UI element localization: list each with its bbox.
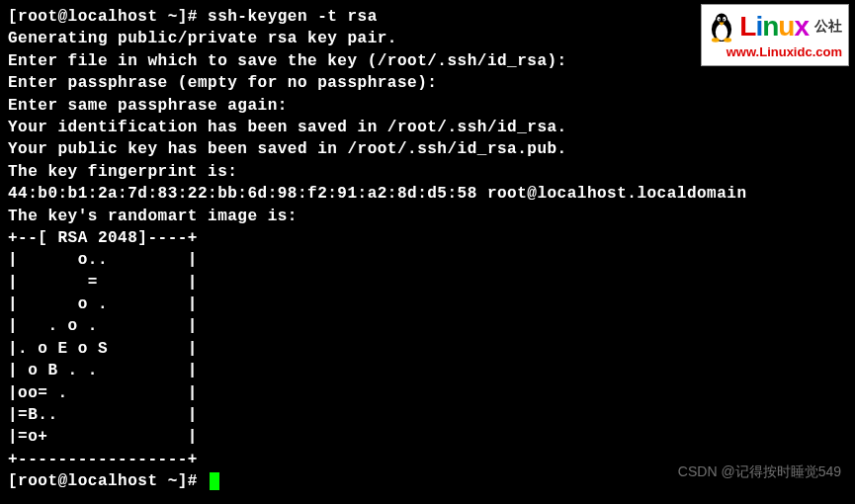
randomart-line: | = |: [8, 272, 847, 294]
tux-penguin-icon: [708, 10, 735, 43]
output-line: The key fingerprint is:: [8, 161, 847, 183]
command-text: ssh-keygen -t rsa: [208, 8, 378, 26]
output-line: The key's randomart image is:: [8, 206, 847, 227]
svg-point-8: [725, 38, 732, 42]
shell-prompt: [root@localhost ~]#: [8, 472, 208, 490]
randomart-line: | o.. |: [8, 249, 847, 271]
logo-main: Linux公社: [708, 7, 842, 45]
randomart-line: |oo= . |: [8, 382, 847, 404]
csdn-watermark: CSDN @记得按时睡觉549: [678, 462, 841, 482]
randomart-line: | o . |: [8, 294, 847, 315]
logo-url: www.Linuxidc.com: [708, 43, 842, 61]
randomart-line: |. o E o S |: [8, 338, 847, 360]
output-line: Enter passphrase (empty for no passphras…: [8, 72, 847, 94]
output-line: Your public key has been saved in /root/…: [8, 138, 847, 160]
randomart-line: | . o . |: [8, 315, 847, 337]
output-line: 44:b0:b1:2a:7d:83:22:bb:6d:98:f2:91:a2:8…: [8, 183, 847, 205]
randomart-line: |=B.. |: [8, 404, 847, 426]
svg-point-7: [712, 38, 720, 42]
randomart-line: +--[ RSA 2048]----+: [8, 227, 847, 249]
linux-logo-watermark: Linux公社 www.Linuxidc.com: [701, 4, 849, 66]
logo-text: Linux: [739, 7, 809, 45]
output-line: Your identification has been saved in /r…: [8, 117, 847, 138]
logo-cn-suffix: 公社: [814, 17, 842, 37]
randomart-line: |=o+ |: [8, 426, 847, 448]
cursor: [210, 472, 219, 490]
svg-point-6: [724, 18, 726, 20]
shell-prompt: [root@localhost ~]#: [8, 8, 208, 26]
svg-point-5: [719, 18, 721, 20]
terminal-output: [root@localhost ~]# ssh-keygen -t rsa Ge…: [8, 6, 847, 493]
randomart-line: | o B . . |: [8, 360, 847, 381]
output-line: Enter same passphrase again:: [8, 95, 847, 117]
